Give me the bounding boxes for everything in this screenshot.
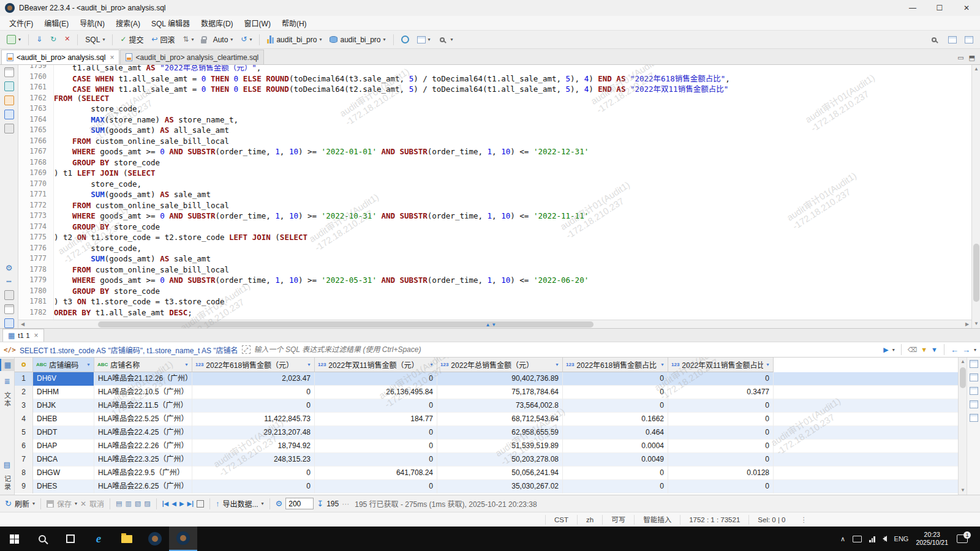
compare-button[interactable] (398, 34, 412, 45)
table-cell[interactable]: 0 (315, 440, 437, 453)
panel-layout-dropdown[interactable]: ▾ (414, 34, 434, 45)
table-cell[interactable]: 0.1662 (563, 413, 668, 426)
record-view-label[interactable]: 记录 (2, 475, 12, 491)
expand-filter-icon[interactable]: ⤢ (242, 345, 251, 354)
column-menu-icon[interactable]: ▼ (660, 362, 665, 367)
table-cell[interactable]: DHES (33, 480, 94, 493)
collapsed-panel-icon[interactable] (4, 81, 14, 91)
dbeaver-active-taskbar-button[interactable] (169, 527, 197, 551)
maximize-button[interactable]: ☐ (926, 0, 953, 16)
refresh-icon[interactable]: ↻ (5, 499, 12, 508)
scroll-down-icon[interactable]: ▼ (972, 320, 980, 328)
splitter-collapse-icon[interactable]: ▲▼ (485, 322, 497, 328)
code-line[interactable]: ) t1 LEFT JOIN (SELECT (54, 168, 971, 179)
scroll-right-icon[interactable]: ▶ (963, 320, 971, 328)
editor-tab[interactable]: <audit_bi_pro> analysis.sql× (1, 50, 119, 64)
code-line[interactable]: WHERE goods_amt >= 0 AND SUBSTR(order_ti… (54, 147, 971, 158)
next-row-icon[interactable]: ▶ (179, 500, 184, 507)
table-cell[interactable]: 0 (668, 399, 774, 413)
fetch-next-icon[interactable]: ↧ (317, 499, 323, 508)
sql-editor[interactable]: 1759176017611762176317641765176617671768… (18, 65, 971, 328)
table-cell[interactable]: HLA唯品会21.12.26（广州） (94, 372, 192, 386)
settings-gear-icon[interactable]: ⚙ (6, 263, 13, 272)
ie-taskbar-button[interactable]: e (85, 527, 113, 551)
menu-item[interactable]: 搜索(A) (110, 16, 146, 30)
code-line[interactable]: store_code, (54, 179, 971, 190)
scroll-up-icon[interactable]: ▲ (972, 65, 980, 73)
table-row[interactable]: 2DHHMHLA唯品会22.10.5（广州）026,136,495.8475,1… (15, 386, 958, 399)
editor-vertical-scrollbar[interactable]: ▲ ▼ (971, 65, 980, 328)
table-cell[interactable]: DHDT (33, 426, 94, 440)
calc-panel-icon[interactable] (970, 414, 978, 422)
table-cell[interactable]: 0 (315, 399, 437, 413)
table-cell[interactable]: 11,422,845.73 (192, 413, 315, 426)
volume-icon[interactable] (883, 536, 887, 542)
quick-search-button[interactable]: ▾ (435, 34, 456, 45)
table-cell[interactable]: 0 (668, 413, 774, 426)
file-explorer-button[interactable] (113, 527, 141, 551)
column-menu-icon[interactable]: ▼ (184, 362, 189, 367)
table-cell[interactable]: DH6V (33, 372, 94, 386)
text-view-label[interactable]: 文本 (2, 392, 12, 408)
column-header[interactable]: 1232022年双11销售金额占比▼ (668, 358, 774, 372)
table-cell[interactable]: 0 (315, 372, 437, 386)
scroll-up-icon[interactable]: ▲ (959, 358, 967, 366)
filter-back-icon[interactable]: ← (951, 345, 959, 354)
table-cell[interactable]: 35,030,267.02 (437, 480, 563, 493)
table-cell[interactable]: 26,136,495.84 (315, 386, 437, 399)
column-header[interactable]: ABC店铺编码▼ (33, 358, 94, 372)
export-result-icon[interactable] (4, 290, 14, 300)
apply-filter-icon[interactable]: ▶ (883, 346, 888, 354)
fetch-size-input[interactable] (285, 498, 314, 509)
table-cell[interactable]: 0 (192, 480, 315, 493)
row-number[interactable]: 7 (15, 453, 33, 467)
table-cell[interactable]: DHAP (33, 440, 94, 453)
task-view-button[interactable] (56, 527, 85, 551)
last-row-icon[interactable]: ▶| (187, 500, 194, 507)
transaction-log-button[interactable]: ↺▾ (238, 33, 255, 46)
table-row[interactable]: 1DH6VHLA唯品会21.12.26（广州）2,023.47090,402,7… (15, 372, 958, 386)
table-cell[interactable]: 0 (192, 467, 315, 480)
code-line[interactable]: FROM custom_online_sale_bill_local (54, 265, 971, 276)
maximize-panel-icon[interactable]: ⬒ (969, 54, 975, 62)
code-line[interactable]: GROUP BY store_code (54, 287, 971, 298)
table-cell[interactable]: 184.77 (315, 413, 437, 426)
table-cell[interactable]: 0 (315, 426, 437, 440)
edit-row-icon[interactable]: ▨ (144, 500, 150, 508)
menu-item[interactable]: 导航(N) (74, 16, 110, 30)
code-line[interactable]: store_code, (54, 244, 971, 255)
table-cell[interactable]: HLA唯品会22.10.5（广州） (94, 386, 192, 399)
code-line[interactable]: store_code, (54, 104, 971, 115)
table-cell[interactable]: 0.3477 (668, 386, 774, 399)
table-cell[interactable]: 0 (315, 453, 437, 467)
minimize-button[interactable]: — (899, 0, 926, 16)
table-cell[interactable]: HLA唯品会22.6.25（广州） (94, 480, 192, 493)
results-grid[interactable]: ABC店铺编码▼ABC店铺名称▼1232022年618销售金额（元）▼12320… (15, 358, 958, 495)
record-view-icon[interactable]: ▤ (4, 460, 10, 469)
scrollbar-thumb[interactable] (98, 321, 594, 328)
transaction-mode-dropdown[interactable]: ⇅▾ (180, 33, 197, 46)
table-cell[interactable]: 51,539,519.89 (437, 440, 563, 453)
restore-navigator-panel-icon[interactable] (4, 67, 14, 77)
table-row[interactable]: 7DHCAHLA唯品会22.3.25（广州）248,315.23050,203,… (15, 453, 958, 467)
metadata-panel-icon[interactable] (970, 373, 978, 381)
menu-item[interactable]: 帮助(H) (276, 16, 312, 30)
global-search-button[interactable] (927, 34, 943, 45)
database-selector[interactable]: audit_bi_pro▾ (326, 34, 388, 46)
save-button[interactable]: 保存 (57, 498, 72, 509)
code-line[interactable]: ) t2 ON t1.store_code = t2.store_code LE… (54, 233, 971, 244)
close-button[interactable]: ✕ (953, 0, 980, 16)
duplicate-row-icon[interactable]: ▥ (125, 500, 131, 508)
grid-vertical-scrollbar[interactable]: ▲ ▼ (958, 358, 967, 495)
code-line[interactable]: t1.all_sale_amt AS "2022年总销售金额（元）", (54, 65, 971, 72)
menu-item[interactable]: 数据库(D) (195, 16, 239, 30)
tab-close-icon[interactable]: × (110, 53, 114, 62)
text-view-icon[interactable]: ≣ (4, 377, 10, 386)
row-number[interactable]: 4 (15, 413, 33, 426)
notification-center-icon[interactable]: 1 (957, 534, 968, 543)
table-row[interactable]: 3DHJKHLA唯品会22.11.5（广州）0073,564,002.800 (15, 399, 958, 413)
execute-script-icon[interactable] (4, 96, 14, 105)
dbeaver-taskbar-button[interactable] (141, 527, 169, 551)
code-line[interactable]: ) t3 ON t1.store_code = t3.store_code (54, 297, 971, 308)
code-line[interactable]: WHERE goods_amt >= 0 AND SUBSTR(order_ti… (54, 211, 971, 222)
